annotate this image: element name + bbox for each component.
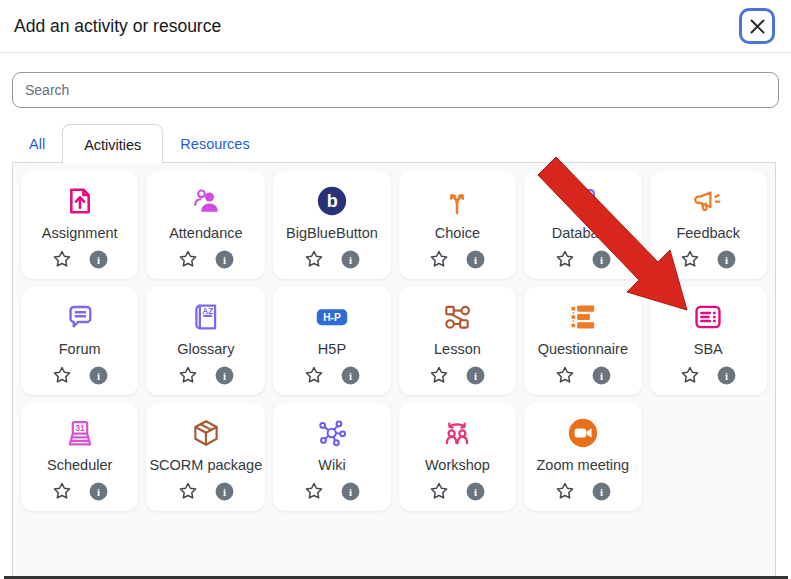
info-icon xyxy=(340,365,361,386)
favourite-star-button[interactable] xyxy=(679,364,701,386)
activity-label[interactable]: Glossary xyxy=(177,341,234,357)
favourite-star-button[interactable] xyxy=(428,364,450,386)
favourite-star-button[interactable] xyxy=(303,364,325,386)
activity-card-questionnaire[interactable]: Questionnaire xyxy=(524,287,641,395)
info-icon xyxy=(214,249,235,270)
info-button[interactable] xyxy=(591,249,612,270)
favourite-star-button[interactable] xyxy=(51,248,73,270)
favourite-star-button[interactable] xyxy=(51,364,73,386)
zoom-icon xyxy=(567,416,599,449)
info-button[interactable] xyxy=(340,249,361,270)
favourite-star-button[interactable] xyxy=(51,480,73,502)
activity-card-h5p[interactable]: H5P xyxy=(273,287,390,395)
activity-label[interactable]: Choice xyxy=(435,225,480,241)
activity-card-assignment[interactable]: Assignment xyxy=(21,171,138,279)
info-icon xyxy=(340,249,361,270)
assignment-icon xyxy=(64,184,96,217)
favourite-star-button[interactable] xyxy=(428,248,450,270)
info-icon xyxy=(88,249,109,270)
info-icon xyxy=(465,249,486,270)
info-button[interactable] xyxy=(716,365,737,386)
favourite-star-button[interactable] xyxy=(303,248,325,270)
tab-activities[interactable]: Activities xyxy=(62,124,163,164)
activity-card-wiki[interactable]: Wiki xyxy=(273,403,390,511)
activity-card-bigbluebutton[interactable]: BigBlueButton xyxy=(273,171,390,279)
activity-label[interactable]: SCORM package xyxy=(149,457,262,473)
favourite-star-button[interactable] xyxy=(679,248,701,270)
tab-resources[interactable]: Resources xyxy=(163,124,266,163)
info-button[interactable] xyxy=(591,481,612,502)
info-button[interactable] xyxy=(716,249,737,270)
favourite-star-button[interactable] xyxy=(177,480,199,502)
workshop-icon xyxy=(441,416,473,449)
activity-label[interactable]: Zoom meeting xyxy=(537,457,630,473)
activity-card-choice[interactable]: Choice xyxy=(399,171,516,279)
choice-icon xyxy=(441,184,473,217)
favourite-star-button[interactable] xyxy=(177,364,199,386)
activity-label[interactable]: SBA xyxy=(694,341,723,357)
activity-card-scheduler[interactable]: Scheduler xyxy=(21,403,138,511)
info-button[interactable] xyxy=(88,481,109,502)
activity-card-scorm-package[interactable]: SCORM package xyxy=(146,403,265,511)
info-icon xyxy=(591,249,612,270)
activity-label[interactable]: Questionnaire xyxy=(538,341,628,357)
info-button[interactable] xyxy=(465,365,486,386)
activity-card-zoom-meeting[interactable]: Zoom meeting xyxy=(524,403,641,511)
close-button[interactable] xyxy=(739,8,775,44)
info-button[interactable] xyxy=(591,365,612,386)
info-button[interactable] xyxy=(465,481,486,502)
scorm-icon xyxy=(190,416,222,449)
info-button[interactable] xyxy=(340,481,361,502)
star-icon xyxy=(679,248,701,270)
activity-label[interactable]: Wiki xyxy=(318,457,345,473)
tab-all[interactable]: All xyxy=(12,124,62,163)
activity-label[interactable]: BigBlueButton xyxy=(286,225,378,241)
favourite-star-button[interactable] xyxy=(554,364,576,386)
favourite-star-button[interactable] xyxy=(554,480,576,502)
wiki-icon xyxy=(316,416,348,449)
favourite-star-button[interactable] xyxy=(554,248,576,270)
search-input[interactable] xyxy=(12,72,779,108)
info-button[interactable] xyxy=(214,365,235,386)
scheduler-icon xyxy=(64,416,96,449)
sba-icon xyxy=(692,300,724,333)
forum-icon xyxy=(64,300,96,333)
activity-card-forum[interactable]: Forum xyxy=(21,287,138,395)
activity-card-glossary[interactable]: Glossary xyxy=(146,287,265,395)
activity-label[interactable]: Database xyxy=(552,225,614,241)
star-icon xyxy=(303,480,325,502)
h5p-icon xyxy=(316,300,348,333)
activity-label[interactable]: Workshop xyxy=(425,457,490,473)
activity-label[interactable]: Feedback xyxy=(676,225,740,241)
star-icon xyxy=(51,248,73,270)
info-button[interactable] xyxy=(88,249,109,270)
favourite-star-button[interactable] xyxy=(303,480,325,502)
info-icon xyxy=(465,365,486,386)
info-button[interactable] xyxy=(340,365,361,386)
info-button[interactable] xyxy=(214,249,235,270)
favourite-star-button[interactable] xyxy=(428,480,450,502)
info-button[interactable] xyxy=(214,481,235,502)
lesson-icon xyxy=(441,300,473,333)
activity-label[interactable]: Lesson xyxy=(434,341,481,357)
activity-label[interactable]: H5P xyxy=(318,341,346,357)
activity-label[interactable]: Scheduler xyxy=(47,457,112,473)
activity-card-attendance[interactable]: Attendance xyxy=(146,171,265,279)
info-button[interactable] xyxy=(465,249,486,270)
activity-card-database[interactable]: Database xyxy=(524,171,641,279)
favourite-star-button[interactable] xyxy=(177,248,199,270)
activity-card-sba[interactable]: SBA xyxy=(650,287,767,395)
star-icon xyxy=(177,480,199,502)
info-icon xyxy=(88,481,109,502)
activity-card-workshop[interactable]: Workshop xyxy=(399,403,516,511)
dialog-header: Add an activity or resource xyxy=(0,0,791,53)
activity-label[interactable]: Forum xyxy=(59,341,101,357)
info-button[interactable] xyxy=(88,365,109,386)
activity-grid: Assignment Attendance BigBlueBut xyxy=(13,163,775,519)
attendance-icon xyxy=(190,184,222,217)
activity-label[interactable]: Attendance xyxy=(169,225,242,241)
activity-card-feedback[interactable]: Feedback xyxy=(650,171,767,279)
activity-label[interactable]: Assignment xyxy=(42,225,118,241)
activity-card-lesson[interactable]: Lesson xyxy=(399,287,516,395)
star-icon xyxy=(177,364,199,386)
